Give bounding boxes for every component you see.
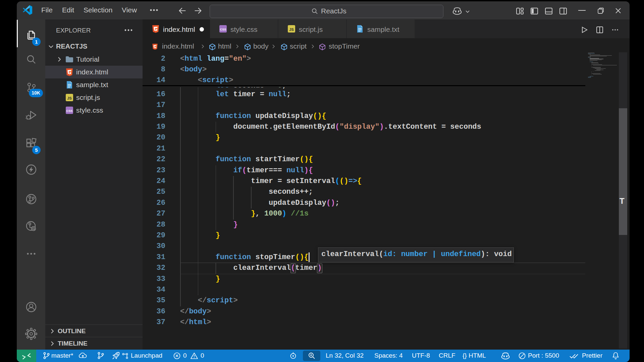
svg-text:CSS: CSS bbox=[220, 28, 226, 31]
svg-text:CSS: CSS bbox=[66, 109, 73, 113]
svg-text:JS: JS bbox=[67, 96, 71, 100]
svg-text:JS: JS bbox=[289, 27, 293, 32]
